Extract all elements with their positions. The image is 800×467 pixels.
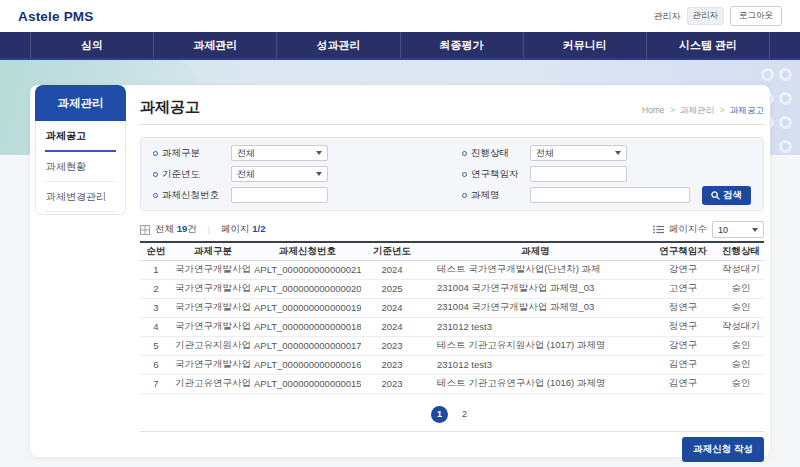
page-indicator: 페이지 1/2 [221,223,265,236]
status-text: 승인 [718,279,764,298]
top-header: Astele PMS 관리자 관리자 로그아웃 [0,0,800,32]
sidebar-item-project-changes[interactable]: 과제변경관리 [45,182,116,212]
total-count-value: 19 [177,223,188,234]
filter-label: 과제구분 [153,147,231,160]
bullet-icon [462,193,467,198]
table-row[interactable]: 6국가연구개발사업 APLT_0000000000000162023 23101… [140,355,764,374]
filter-label: 기준년도 [153,168,231,181]
chevron-down-icon [615,151,621,155]
sidebar-item-project-status[interactable]: 과제현황 [45,152,116,182]
status-text: 승인 [718,355,764,374]
bullet-icon [462,151,467,156]
status-text: 작성대기 [718,317,764,336]
breadcrumb-home[interactable]: Home [642,105,665,115]
app-logo[interactable]: Astele PMS [18,9,94,24]
divider-bar: | [208,225,210,235]
nav-item-performance[interactable]: 성과관리 [276,32,399,58]
search-filter-panel: 과제구분 전체 진행상태 전체 [140,137,764,211]
page-button-1[interactable]: 1 [431,406,448,423]
bottom-divider [140,431,764,432]
user-role-badge: 관리자 [687,7,725,25]
col-researcher: 연구책임자 [648,242,718,260]
col-application-number: 과제신청번호 [254,242,361,260]
main-content: 과제공고 Home > 과제관리 > 과제공고 과제구분 전체 [140,85,764,462]
announcements-table: 순번 과제구분 과제신청번호 기준년도 과제명 연구책임자 진행상태 1국가연구… [140,241,764,394]
search-button[interactable]: 검색 [702,186,751,205]
breadcrumb-project-management[interactable]: 과제관리 [680,105,714,115]
content-card: 과제관리 과제공고 과제현황 과제변경관리 과제공고 Home > 과제관리 >… [30,85,770,457]
chevron-down-icon [752,228,758,232]
base-year-select[interactable]: 전체 [231,166,328,182]
filter-label: 과제명 [462,189,530,202]
project-name-input[interactable] [530,187,690,203]
progress-status-select[interactable]: 전체 [530,145,627,161]
sidebar-item-announcements[interactable]: 과제공고 [45,121,116,152]
bullet-icon [462,172,467,177]
sidebar-title: 과제관리 [35,85,126,121]
table-row[interactable]: 4국가연구개발사업 APLT_0000000000000182024 23101… [140,317,764,336]
nav-item-project-management[interactable]: 과제관리 [153,32,276,58]
nav-item-final-evaluation[interactable]: 최종평가 [400,32,523,58]
total-count-text: 전체 19건 [155,223,197,236]
filter-label: 진행상태 [462,147,530,160]
ring-decoration [779,116,792,129]
status-text: 승인 [718,298,764,317]
title-divider [140,124,764,125]
nav-item-community[interactable]: 커뮤니티 [523,32,646,58]
application-number-input[interactable] [231,187,328,203]
page-size-label: 페이지수 [669,223,707,236]
researcher-input[interactable] [530,166,627,182]
table-row[interactable]: 3국가연구개발사업 APLT_0000000000000192024 23100… [140,298,764,317]
col-project-name: 과제명 [423,242,648,260]
status-text: 승인 [718,374,764,393]
table-header-row: 순번 과제구분 과제신청번호 기준년도 과제명 연구책임자 진행상태 [140,242,764,260]
table-row[interactable]: 2국가연구개발사업 APLT_0000000000000202025 23100… [140,279,764,298]
ring-decoration [761,68,774,81]
status-text: 승인 [718,336,764,355]
status-text: 작성대기 [718,260,764,279]
breadcrumb-separator: > [720,105,725,115]
breadcrumb: Home > 과제관리 > 과제공고 [642,105,764,117]
sidebar: 과제관리 과제공고 과제현황 과제변경관리 [35,85,126,215]
search-icon [711,191,720,200]
bullet-icon [153,151,158,156]
list-info-row: 전체 19건 | 페이지 1/2 페이지수 10 [140,221,764,238]
col-status: 진행상태 [718,242,764,260]
chevron-down-icon [316,172,322,176]
page-title: 과제공고 [140,98,200,117]
chevron-down-icon [316,151,322,155]
create-application-button[interactable]: 과제신청 작성 [682,437,764,462]
page-size-select[interactable]: 10 [712,221,764,238]
ring-decoration [779,140,792,153]
breadcrumb-current: 과제공고 [730,105,764,115]
filter-label: 과제신청번호 [153,189,231,202]
list-icon [653,225,664,234]
ring-decoration [779,68,792,81]
nav-item-system-admin[interactable]: 시스템 관리 [646,32,770,58]
filter-label: 연구책임자 [462,168,530,181]
col-seq: 순번 [140,242,172,260]
ring-decoration [779,92,792,105]
grid-icon [140,225,150,235]
bullet-icon [153,172,158,177]
bullet-icon [153,193,158,198]
col-project-type: 과제구분 [172,242,254,260]
table-row[interactable]: 1국가연구개발사업 APLT_0000000000000212024 테스트 국… [140,260,764,279]
page-button-2[interactable]: 2 [456,406,473,423]
project-type-select[interactable]: 전체 [231,145,328,161]
nav-item-review[interactable]: 심의 [30,32,153,58]
pagination: 1 2 [140,406,764,423]
logout-button[interactable]: 로그아웃 [730,6,782,26]
global-nav: 심의 과제관리 성과관리 최종평가 커뮤니티 시스템 관리 [0,32,800,60]
user-area: 관리자 관리자 로그아웃 [654,6,783,26]
user-name-label: 관리자 [654,10,681,23]
breadcrumb-separator: > [670,105,675,115]
col-base-year: 기준년도 [361,242,423,260]
page-indicator-value: 1/2 [252,223,265,234]
table-row[interactable]: 5기관고유지원사업 APLT_0000000000000172023 테스트 기… [140,336,764,355]
table-row[interactable]: 7기관고유연구사업 APLT_0000000000000152023 테스트 기… [140,374,764,393]
